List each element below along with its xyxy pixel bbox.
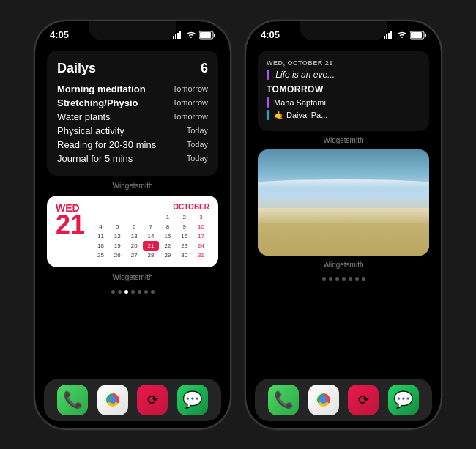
dot	[335, 277, 339, 281]
chrome-inner	[106, 393, 119, 407]
time-right: 4:05	[261, 29, 280, 40]
cal-cell: 29	[159, 251, 176, 260]
list-item: Water plants Tomorrow	[57, 110, 208, 124]
cal-dot-cyan	[267, 110, 269, 120]
cal-cell: 30	[176, 251, 193, 260]
list-item: Physical activity Today	[57, 124, 208, 138]
cal-cell: 9	[176, 222, 193, 231]
svg-rect-0	[173, 36, 174, 39]
cal-grid: 1 2 3 4 5 6 7 8 9 10	[92, 212, 209, 261]
dot	[342, 277, 346, 281]
list-item: Stretching/Physio Tomorrow	[57, 96, 208, 110]
chrome-inner-right	[317, 393, 330, 407]
beach-photo	[258, 149, 429, 256]
whatsapp-app-icon[interactable]: 💬	[177, 385, 208, 415]
right-content: WED, OCTOBER 21 Life is an eve... TOMORR…	[246, 45, 441, 376]
cal-list-item-1: 🤙 Daival Pa...	[267, 110, 420, 120]
chrome-ring	[106, 393, 119, 407]
cal-cell: 8	[159, 222, 176, 231]
cast-app-icon-right[interactable]: ⟳	[348, 385, 379, 415]
item-tag-0: Tomorrow	[173, 84, 208, 93]
right-phone: 4:05	[245, 20, 442, 430]
today-event-dot	[267, 70, 269, 80]
cal-cell	[92, 212, 109, 222]
dailys-widget: Dailys 6 Morning meditation Tomorrow Str…	[47, 51, 218, 176]
today-event-text: Life is an eve...	[275, 70, 335, 80]
status-bar-right: 4:05	[246, 21, 441, 45]
status-icons-right	[384, 31, 426, 40]
cal-day-num: 21	[56, 212, 85, 238]
phone-app-icon[interactable]: 📞	[57, 385, 88, 415]
dot	[144, 290, 148, 294]
svg-rect-6	[214, 34, 215, 37]
cal-cell: 31	[193, 251, 209, 260]
dot	[118, 290, 122, 294]
wifi-icon-right	[397, 31, 407, 39]
chrome-app-icon-right[interactable]	[308, 385, 339, 415]
cast-app-icon[interactable]: ⟳	[137, 385, 168, 415]
cal-cell-today: 21	[143, 241, 160, 251]
cal-cell: 17	[193, 231, 209, 241]
phone-app-icon-right[interactable]: 📞	[268, 385, 299, 415]
cal-cell: 11	[92, 231, 109, 241]
cal-cell: 5	[109, 222, 126, 231]
cal-cell: 20	[126, 241, 143, 251]
tomorrow-section-title: TOMORROW	[267, 84, 420, 94]
svg-rect-7	[384, 36, 385, 39]
status-icons-left	[173, 31, 215, 40]
list-item: Journal for 5 mins Today	[57, 152, 208, 166]
dot	[111, 290, 115, 294]
dot	[151, 290, 155, 294]
cal-cell: 22	[159, 241, 176, 251]
cal-item-text-1: 🤙 Daival Pa...	[274, 111, 327, 120]
cal-cell: 28	[143, 251, 160, 260]
calendar-grid-section: OCTOBER 1 2 3 4	[92, 203, 209, 261]
wifi-icon-left	[186, 31, 196, 39]
dot-active	[124, 290, 128, 294]
page-dots-left	[47, 287, 218, 297]
item-name-2: Water plants	[57, 111, 111, 122]
cal-cell: 2	[176, 212, 193, 222]
cal-cell	[143, 212, 160, 222]
beach-foam	[258, 208, 429, 223]
widgetsmith-label-1: Widgetsmith	[47, 182, 218, 190]
dot	[349, 277, 352, 281]
dock-right: 📞 ⟳ 💬	[255, 379, 432, 421]
beach-sand	[258, 208, 429, 256]
cal-cell	[126, 212, 143, 222]
item-tag-2: Tomorrow	[173, 112, 208, 121]
item-name-5: Journal for 5 mins	[57, 153, 133, 164]
cal-cell: 3	[193, 212, 209, 222]
cal-cell: 25	[92, 251, 109, 260]
svg-rect-5	[200, 32, 211, 38]
calendar-top: WED 21 OCTOBER 1	[56, 203, 209, 261]
item-tag-5: Today	[187, 154, 208, 163]
time-left: 4:05	[50, 29, 69, 40]
cal-cell: 1	[159, 212, 176, 222]
dot	[131, 290, 135, 294]
list-item: Morning meditation Tomorrow	[57, 82, 208, 96]
cal-cell: 16	[176, 231, 193, 241]
svg-rect-10	[390, 31, 392, 39]
dot	[362, 277, 365, 281]
whatsapp-app-icon-right[interactable]: 💬	[388, 385, 419, 415]
cal-cell: 13	[126, 231, 143, 241]
dot	[322, 277, 326, 281]
page-dots-right	[258, 274, 429, 283]
cal-dot-purple	[267, 97, 269, 108]
left-phone: 4:05	[34, 20, 231, 430]
calendar-date-section: WED 21	[56, 203, 85, 238]
right-phone-screen: 4:05	[246, 21, 441, 428]
cal-cell: 7	[143, 222, 160, 231]
svg-rect-1	[175, 34, 176, 39]
dailys-header: Dailys 6	[57, 61, 208, 76]
item-tag-4: Today	[187, 140, 208, 149]
chrome-app-icon[interactable]	[97, 385, 128, 415]
battery-icon-right	[410, 31, 426, 40]
signal-icon-left	[173, 31, 183, 39]
cal-cell: 19	[109, 241, 126, 251]
calendar-list-widget: WED, OCTOBER 21 Life is an eve... TOMORR…	[258, 51, 429, 132]
widgetsmith-label-right-2: Widgetsmith	[258, 261, 429, 269]
battery-icon-left	[199, 31, 215, 40]
cal-month-header: OCTOBER	[92, 203, 209, 211]
